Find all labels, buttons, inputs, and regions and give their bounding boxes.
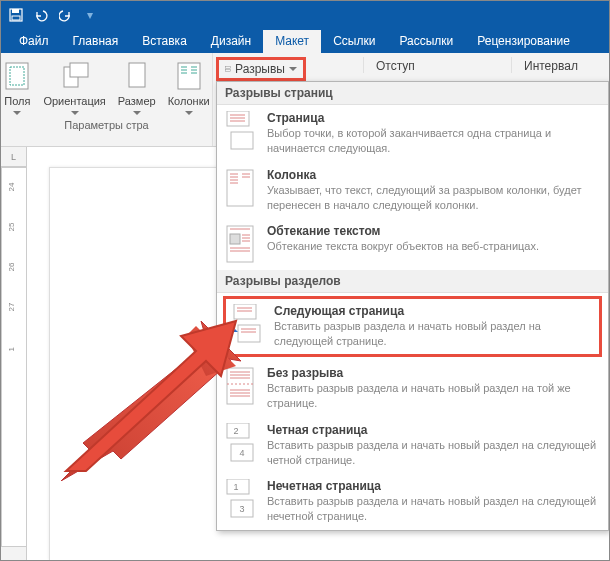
dd-desc: Выбор точки, в которой заканчивается одн… <box>267 126 598 156</box>
tab-design[interactable]: Дизайн <box>199 30 263 53</box>
svg-text:3: 3 <box>239 504 244 514</box>
quick-access-toolbar: ▾ <box>1 1 609 29</box>
svg-rect-30 <box>230 234 240 244</box>
save-icon[interactable] <box>9 8 23 22</box>
columns-label: Колонки <box>168 95 210 107</box>
dd-title: Колонка <box>267 168 598 182</box>
odd-page-icon: 13 <box>223 479 257 519</box>
dd-title: Обтекание текстом <box>267 224 598 238</box>
dd-title: Нечетная страница <box>267 479 598 493</box>
svg-rect-1 <box>12 9 19 13</box>
column-break-icon <box>223 168 257 208</box>
svg-rect-6 <box>70 63 88 77</box>
indent-label: Отступ <box>363 57 427 73</box>
dd-title: Четная страница <box>267 423 598 437</box>
dd-section-page-breaks: Разрывы страниц <box>217 82 608 105</box>
tab-insert[interactable]: Вставка <box>130 30 199 53</box>
dd-desc: Вставить разрыв раздела и начать новый р… <box>267 438 598 468</box>
ruler-corner: L <box>1 147 27 167</box>
breaks-dropdown: Разрывы страниц Страница Выбор точки, в … <box>216 81 609 531</box>
dd-item-oddpage[interactable]: 13 Нечетная страница Вставить разрыв раз… <box>217 473 608 530</box>
qat-separator: ▾ <box>87 8 93 22</box>
redo-icon[interactable] <box>59 8 73 22</box>
svg-text:4: 4 <box>239 448 244 458</box>
svg-rect-2 <box>12 16 20 20</box>
text-wrap-icon <box>223 224 257 264</box>
dd-title: Без разрыва <box>267 366 598 380</box>
tab-home[interactable]: Главная <box>61 30 131 53</box>
dd-desc: Вставить разрыв раздела и начать новый р… <box>267 494 598 524</box>
size-button[interactable]: Размер <box>112 59 162 117</box>
tab-mailings[interactable]: Рассылки <box>387 30 465 53</box>
undo-icon[interactable] <box>33 8 49 22</box>
margins-button[interactable]: Поля <box>0 59 37 117</box>
tab-file[interactable]: Файл <box>7 30 61 53</box>
dd-item-page[interactable]: Страница Выбор точки, в которой заканчив… <box>217 105 608 162</box>
vertical-ruler[interactable]: 24 25 26 27 1 <box>1 167 27 560</box>
orientation-button[interactable]: Ориентация <box>37 59 111 117</box>
ribbon-tabs: Файл Главная Вставка Дизайн Макет Ссылки… <box>1 29 609 53</box>
chevron-down-icon <box>289 67 297 71</box>
orientation-label: Ориентация <box>43 95 105 107</box>
even-page-icon: 24 <box>223 423 257 463</box>
svg-text:2: 2 <box>233 426 238 436</box>
svg-rect-15 <box>225 66 230 68</box>
svg-rect-7 <box>129 63 145 87</box>
svg-rect-38 <box>238 325 260 342</box>
svg-rect-16 <box>225 69 230 71</box>
dd-item-continuous[interactable]: Без разрыва Вставить разрыв раздела и на… <box>217 360 608 417</box>
svg-rect-43 <box>227 368 253 404</box>
page-setup-label: Параметры стра <box>64 117 148 134</box>
spacing-label: Интервал <box>511 57 590 73</box>
dd-desc: Вставить разрыв раздела и начать новый р… <box>267 381 598 411</box>
tab-review[interactable]: Рецензирование <box>465 30 582 53</box>
size-label: Размер <box>118 95 156 107</box>
margins-label: Поля <box>4 95 30 107</box>
dd-item-evenpage[interactable]: 24 Четная страница Вставить разрыв разде… <box>217 417 608 474</box>
tab-layout[interactable]: Макет <box>263 30 321 53</box>
dd-section-section-breaks: Разрывы разделов <box>217 270 608 293</box>
next-page-icon <box>230 304 264 344</box>
page-setup-group: Поля Ориентация Размер Колонки Параметры… <box>1 53 213 146</box>
dd-item-nextpage[interactable]: Следующая страница Вставить разрыв разде… <box>223 296 602 357</box>
tab-references[interactable]: Ссылки <box>321 30 387 53</box>
dd-desc: Указывает, что текст, следующий за разры… <box>267 183 598 213</box>
svg-text:1: 1 <box>233 482 238 492</box>
page-break-icon <box>223 111 257 151</box>
dd-title: Следующая страница <box>274 304 591 318</box>
dd-item-column[interactable]: Колонка Указывает, что текст, следующий … <box>217 162 608 219</box>
dd-item-textwrap[interactable]: Обтекание текстом Обтекание текста вокру… <box>217 218 608 270</box>
dd-desc: Обтекание текста вокруг объектов на веб-… <box>267 239 598 254</box>
columns-button[interactable]: Колонки <box>162 59 216 117</box>
dd-desc: Вставить разрыв раздела и начать новый р… <box>274 319 591 349</box>
breaks-button[interactable]: Разрывы <box>216 57 306 81</box>
continuous-break-icon <box>223 366 257 406</box>
dd-title: Страница <box>267 111 598 125</box>
svg-rect-22 <box>227 170 253 206</box>
breaks-label: Разрывы <box>235 62 285 76</box>
svg-rect-18 <box>231 132 253 149</box>
